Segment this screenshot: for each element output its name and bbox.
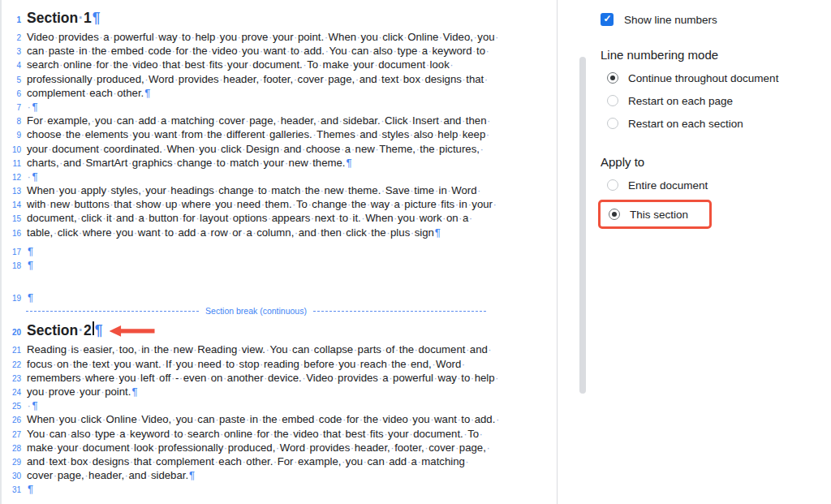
space-mark: · bbox=[152, 455, 156, 467]
space-mark: · bbox=[458, 128, 462, 140]
space-mark: · bbox=[340, 143, 344, 155]
space-mark: · bbox=[131, 198, 136, 210]
doc-line[interactable]: 18¶ bbox=[2, 258, 557, 272]
doc-line[interactable]: 12·¶ bbox=[2, 170, 557, 183]
line-number: 8 bbox=[2, 114, 21, 128]
space-mark: · bbox=[183, 428, 187, 440]
space-mark: · bbox=[384, 428, 388, 440]
space-mark: · bbox=[77, 212, 81, 224]
line-number: 16 bbox=[2, 226, 21, 240]
doc-line[interactable]: 27You·can·also·type·a·keyword·to·search·… bbox=[2, 427, 557, 441]
space-mark: · bbox=[473, 31, 477, 43]
space-mark: · bbox=[465, 455, 469, 467]
radio-icon[interactable] bbox=[607, 95, 618, 106]
space-mark: · bbox=[133, 226, 137, 239]
space-mark: · bbox=[206, 226, 210, 239]
space-mark: · bbox=[265, 128, 269, 140]
radio-restart-on-each-section[interactable]: Restart on each section bbox=[601, 112, 820, 135]
space-mark: · bbox=[410, 184, 414, 196]
space-mark: · bbox=[54, 31, 58, 43]
doc-line[interactable]: 9choose·the·elements·you·want·from·the·d… bbox=[2, 127, 557, 141]
space-mark: · bbox=[430, 413, 434, 425]
space-mark: · bbox=[99, 31, 103, 43]
doc-line[interactable]: 31¶ bbox=[2, 482, 557, 496]
radio-continue-throughout-document[interactable]: Continue throughout document bbox=[601, 67, 820, 89]
space-mark: · bbox=[166, 184, 170, 196]
doc-line[interactable]: 7·¶ bbox=[2, 100, 557, 114]
this-section-highlight-box: This section bbox=[598, 200, 712, 229]
doc-line[interactable]: 25·¶ bbox=[2, 398, 557, 412]
space-mark: · bbox=[279, 143, 283, 155]
doc-line[interactable]: 20Section·2¶ bbox=[2, 317, 557, 342]
line-number: 5 bbox=[2, 73, 21, 87]
doc-line[interactable]: 1Section·1¶ bbox=[2, 5, 557, 30]
doc-line[interactable]: 28make·your·document·look·professionally… bbox=[2, 441, 557, 454]
document-page[interactable]: 1Section·1¶2Video·provides·a·powerful·wa… bbox=[0, 0, 557, 504]
line-number: 18 bbox=[2, 259, 21, 273]
doc-line[interactable]: 10your·document·coordinated.·When·you·cl… bbox=[2, 142, 557, 156]
doc-line[interactable]: 2Video·provides·a·powerful·way·to·help·y… bbox=[2, 30, 557, 44]
space-mark: · bbox=[222, 372, 226, 384]
space-mark: · bbox=[437, 198, 441, 210]
space-mark: · bbox=[76, 184, 80, 196]
doc-line[interactable]: 4search·online·for·the·video·that·best·f… bbox=[2, 58, 557, 71]
doc-line[interactable]: 14with·new·buttons·that·show·up·where·yo… bbox=[2, 197, 557, 211]
radio-this-section[interactable]: This section bbox=[602, 203, 688, 226]
doc-line[interactable]: 8For·example,·you·can·add·a·matching·cov… bbox=[2, 114, 557, 127]
radio-icon[interactable] bbox=[609, 209, 620, 220]
line-number: 19 bbox=[2, 291, 21, 305]
space-mark: · bbox=[409, 428, 413, 440]
doc-line[interactable]: 24you·prove·your·point.¶ bbox=[2, 385, 557, 398]
space-mark: · bbox=[459, 212, 463, 224]
doc-line[interactable]: 22focus·on·the·text·you·want.·If·you·nee… bbox=[2, 357, 557, 371]
pilcrow-mark: ¶ bbox=[32, 170, 37, 183]
show-line-numbers-checkbox[interactable] bbox=[601, 13, 614, 26]
doc-line[interactable]: 5professionally·produced,·Word·provides·… bbox=[2, 72, 557, 86]
space-mark: · bbox=[91, 114, 95, 127]
space-mark: · bbox=[355, 358, 360, 370]
show-line-numbers-row[interactable]: Show line numbers bbox=[601, 11, 820, 28]
space-mark: · bbox=[335, 212, 339, 224]
space-mark: · bbox=[214, 455, 218, 467]
doc-line[interactable]: 17¶ bbox=[2, 244, 557, 258]
line-number: 4 bbox=[2, 58, 21, 72]
line-text: · bbox=[27, 398, 31, 412]
doc-line[interactable]: 23remembers·where·you·left·off·-·even·on… bbox=[2, 371, 557, 385]
doc-line[interactable]: 21Reading·is·easier,·too,·in·the·new·Rea… bbox=[2, 342, 557, 356]
doc-line[interactable]: 26When·you·click·Online·Video,·you·can·p… bbox=[2, 412, 557, 426]
doc-line[interactable]: 15document,·click·it·and·a·button·for·la… bbox=[2, 211, 557, 225]
space-mark: · bbox=[78, 10, 84, 26]
space-mark: · bbox=[319, 428, 323, 440]
space-mark: · bbox=[312, 128, 316, 140]
doc-line[interactable]: 19¶ bbox=[2, 291, 557, 304]
panel-scrollbar[interactable] bbox=[579, 57, 586, 394]
space-mark: · bbox=[158, 58, 162, 71]
space-mark: · bbox=[161, 226, 165, 239]
doc-line[interactable]: 3can·paste·in·the·embed·code·for·the·vid… bbox=[2, 44, 557, 58]
radio-icon[interactable] bbox=[607, 179, 618, 191]
radio-restart-on-each-page[interactable]: Restart on each page bbox=[601, 89, 820, 112]
doc-line[interactable]: 6complement·each·other.¶ bbox=[2, 86, 557, 100]
radio-icon[interactable] bbox=[607, 118, 618, 129]
space-mark: · bbox=[349, 58, 353, 71]
radio-entire-document[interactable]: Entire document bbox=[601, 174, 820, 196]
radio-icon[interactable] bbox=[607, 72, 618, 84]
space-mark: · bbox=[171, 372, 175, 384]
space-mark: · bbox=[268, 31, 272, 43]
space-mark: · bbox=[454, 198, 459, 210]
doc-line[interactable]: 16table,·click·where·you·want·to·add·a·r… bbox=[2, 226, 557, 239]
space-mark: · bbox=[214, 114, 218, 127]
doc-line[interactable]: 30cover·page,·header,·and·sidebar.¶ bbox=[2, 468, 557, 482]
doc-line[interactable]: 11charts,·and·SmartArt·graphics·change·t… bbox=[2, 156, 557, 170]
space-mark: · bbox=[316, 114, 321, 127]
line-text: you·prove·your·point. bbox=[27, 385, 131, 398]
space-mark: · bbox=[171, 413, 175, 425]
line-text: can·paste·in·the·embed·code·for·the·vide… bbox=[27, 44, 489, 58]
line-text: make·your·document·look·professionally·p… bbox=[27, 441, 490, 454]
space-mark: · bbox=[27, 399, 31, 411]
space-mark: · bbox=[48, 143, 52, 155]
doc-line[interactable]: 29and·text·box·designs·that·complement·e… bbox=[2, 454, 557, 468]
line-number: 9 bbox=[2, 128, 21, 142]
line-text: choose·the·elements·you·want·from·the·di… bbox=[27, 127, 490, 141]
doc-line[interactable]: 13When·you·apply·styles,·your·headings·c… bbox=[2, 183, 557, 197]
